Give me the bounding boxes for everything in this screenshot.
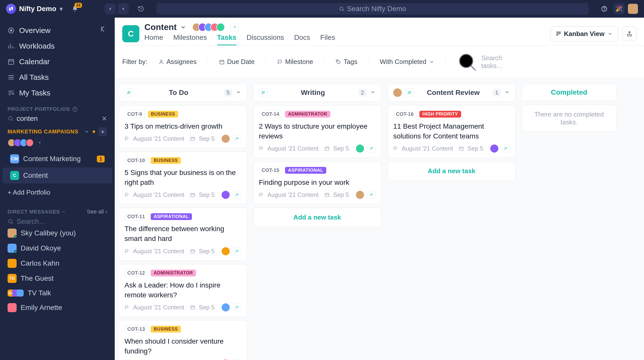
project-item[interactable]: CContent xyxy=(3,167,112,184)
task-card[interactable]: COT-13BUSINESSWhen should I consider ven… xyxy=(119,320,247,360)
column-add-member[interactable] xyxy=(259,88,267,97)
svg-rect-27 xyxy=(191,306,195,309)
clear-search-button[interactable]: ✕ xyxy=(102,115,107,123)
task-card[interactable]: COT-14ADMINISTRATOR2 Ways to structure y… xyxy=(253,105,381,158)
assignee-avatar[interactable] xyxy=(356,145,364,153)
chevron-down-icon[interactable] xyxy=(180,24,186,30)
add-task-button[interactable]: Add a new task xyxy=(387,161,516,181)
help-icon[interactable]: ? xyxy=(72,107,77,112)
svg-rect-5 xyxy=(9,60,14,64)
add-assignee[interactable] xyxy=(368,145,376,153)
task-tag: BUSINESS xyxy=(151,157,181,164)
task-card[interactable]: COT-15ASPIRATIONALFinding purpose in you… xyxy=(253,161,381,204)
task-card[interactable]: COT-11ASPIRATIONALThe difference between… xyxy=(119,208,247,260)
portfolio-search-value: conten xyxy=(17,115,99,123)
add-assignee[interactable] xyxy=(233,247,241,255)
see-all-dms[interactable]: See all › xyxy=(87,208,107,215)
add-assignee[interactable] xyxy=(368,191,376,199)
dm-item[interactable]: Sky Calibey (you) xyxy=(0,226,115,241)
column-header[interactable]: Content Review1 xyxy=(387,84,516,102)
share-button[interactable] xyxy=(622,27,636,41)
task-search[interactable]: Search tasks… xyxy=(456,51,503,73)
tab-milestones[interactable]: Milestones xyxy=(173,33,207,45)
chevron-down-icon xyxy=(608,31,613,36)
whats-new-button[interactable]: 🎉 xyxy=(613,3,624,14)
dm-item[interactable]: Carlos Kahn xyxy=(0,256,115,271)
add-assignee[interactable] xyxy=(233,303,241,311)
view-switcher[interactable]: Kanban View xyxy=(550,26,618,42)
user-avatar[interactable] xyxy=(628,4,638,14)
svg-rect-25 xyxy=(191,250,195,253)
project-title[interactable]: Content xyxy=(144,22,177,32)
filter-due-date[interactable]: Due Date xyxy=(216,58,258,66)
column-header[interactable]: Writing2 xyxy=(253,84,381,102)
project-members[interactable] xyxy=(192,23,225,31)
tab-files[interactable]: Files xyxy=(320,33,335,45)
add-assignee[interactable] xyxy=(233,135,241,143)
chevron-down-icon[interactable] xyxy=(236,89,241,97)
add-portfolio-button[interactable]: + Add Portfolio xyxy=(0,184,115,201)
global-search[interactable]: Search Nifty Demo xyxy=(156,3,589,15)
task-id: COT-13 xyxy=(125,326,148,333)
dm-item[interactable]: Emily Arnette xyxy=(0,300,115,315)
dm-item[interactable]: David Okoye xyxy=(0,241,115,256)
filter-completed[interactable]: With Completed xyxy=(376,58,438,66)
assignee-avatar[interactable] xyxy=(222,247,230,255)
assignee-avatar[interactable] xyxy=(222,191,230,199)
tab-tasks[interactable]: Tasks xyxy=(217,33,236,45)
chevron-down-icon[interactable] xyxy=(61,209,66,214)
task-card[interactable]: COT-9BUSINESS3 Tips on metrics-driven gr… xyxy=(119,105,247,148)
dm-search[interactable]: Search… xyxy=(0,218,115,226)
nav-back-button[interactable] xyxy=(105,3,116,14)
task-card[interactable]: COT-10BUSINESS5 Signs that your business… xyxy=(119,152,247,204)
portfolio-name[interactable]: MARKETING CAMPAIGNS xyxy=(8,128,78,135)
assignee-avatar[interactable] xyxy=(490,145,498,153)
project-item[interactable]: CMContent Marketing1 xyxy=(3,151,112,167)
sidebar-nav-calendar[interactable]: Calendar xyxy=(8,54,107,69)
chevron-down-icon[interactable] xyxy=(84,129,90,134)
tab-docs[interactable]: Docs xyxy=(294,33,310,45)
help-button[interactable] xyxy=(599,3,610,14)
portfolio-search[interactable]: conten ✕ xyxy=(0,115,115,123)
sidebar-nav-all-tasks[interactable]: All Tasks xyxy=(8,69,107,85)
collapse-sidebar-button[interactable] xyxy=(100,25,107,34)
column-add-member[interactable] xyxy=(405,88,414,97)
task-tag: ASPIRATIONAL xyxy=(151,213,192,220)
assignee-avatar[interactable] xyxy=(356,191,364,199)
add-assignee[interactable] xyxy=(233,191,241,199)
dm-item[interactable]: TGThe Guest xyxy=(0,271,115,286)
workspace-switcher[interactable]: Nifty Demo ▾ xyxy=(6,4,63,14)
tab-discussions[interactable]: Discussions xyxy=(247,33,284,45)
add-assignee[interactable] xyxy=(502,145,510,153)
add-task-button[interactable]: Add a new task xyxy=(253,208,381,227)
add-project-member[interactable]: + xyxy=(230,23,239,31)
add-portfolio-member[interactable]: + xyxy=(36,139,44,147)
nav-forward-button[interactable] xyxy=(118,3,129,14)
column-add-member[interactable] xyxy=(125,88,133,97)
history-button[interactable] xyxy=(135,3,146,14)
chevron-down-icon[interactable] xyxy=(504,89,510,97)
dm-item[interactable]: DATV Talk xyxy=(0,286,115,300)
tab-home[interactable]: Home xyxy=(144,33,163,45)
column-header[interactable]: Completed xyxy=(522,84,616,101)
assignee-avatar[interactable] xyxy=(222,135,230,143)
filter-milestone[interactable]: Milestone xyxy=(274,58,317,66)
task-card[interactable]: COT-16HIGH PRIORITY11 Best Project Manag… xyxy=(387,105,516,158)
chevron-down-icon[interactable] xyxy=(370,89,376,97)
task-id: COT-16 xyxy=(393,111,416,118)
column-header[interactable]: To Do5 xyxy=(119,84,247,102)
filter-assignees[interactable]: Assignees xyxy=(155,58,200,66)
calendar-icon xyxy=(325,192,330,197)
assignee-avatar[interactable] xyxy=(222,303,230,311)
add-project-button[interactable]: + xyxy=(98,127,107,136)
sidebar-nav-overview[interactable]: Overview xyxy=(8,23,107,38)
search-icon xyxy=(8,116,14,122)
notifications-button[interactable]: 34 xyxy=(70,4,79,13)
sidebar-nav-my-tasks[interactable]: My Tasks xyxy=(8,85,107,101)
task-due: Sep 5 xyxy=(199,135,215,142)
calendar-icon xyxy=(190,249,195,254)
task-card[interactable]: COT-12ADMINISTRATORAsk a Leader: How do … xyxy=(119,264,247,317)
sidebar-nav-workloads[interactable]: Workloads xyxy=(8,38,107,54)
task-due: Sep 5 xyxy=(467,145,483,152)
filter-tags[interactable]: Tags xyxy=(332,58,361,66)
